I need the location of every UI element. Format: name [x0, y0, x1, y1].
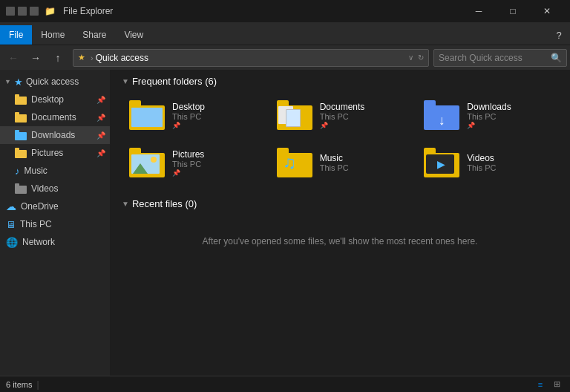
pictures-info: Pictures This PC 📌: [172, 149, 204, 177]
address-path: Quick access: [96, 53, 148, 63]
sidebar-pictures-label: Pictures: [31, 148, 63, 158]
desktop-large-icon: [129, 100, 165, 130]
sidebar-quickaccess-header[interactable]: ▼ ★ Quick access: [0, 73, 110, 91]
tiles-view-button[interactable]: ⊞: [549, 378, 564, 391]
documents-pin-icon: 📌: [96, 114, 105, 122]
downloads-location: This PC: [467, 112, 511, 121]
tab-share[interactable]: Share: [73, 25, 115, 45]
sidebar-item-pictures[interactable]: Pictures 📌: [0, 144, 110, 162]
address-separator: ›: [91, 53, 94, 62]
sidebar-item-documents[interactable]: Documents 📌: [0, 108, 110, 126]
folder-card-downloads[interactable]: ↓ Downloads This PC 📌: [416, 94, 558, 136]
items-count: 6 items: [6, 380, 32, 389]
tab-home[interactable]: Home: [32, 25, 73, 45]
chevron-right-icon: ▼: [4, 78, 11, 85]
sidebar-thispc-label: This PC: [20, 219, 52, 229]
folder-card-videos[interactable]: ▶ Videos This PC: [416, 142, 558, 183]
documents-info: Documents This PC 📌: [320, 102, 365, 129]
tab-file[interactable]: File: [0, 25, 32, 45]
videos-folder-icon: [15, 183, 27, 194]
close-button[interactable]: ✕: [530, 0, 564, 22]
music-info: Music This PC: [320, 153, 349, 172]
ribbon: File Home Share View ?: [0, 22, 570, 45]
sidebar-onedrive-label: OneDrive: [21, 201, 59, 212]
address-star-icon: ★: [78, 53, 85, 62]
desktop-info: Desktop This PC 📌: [172, 102, 205, 129]
desktop-name: Desktop: [172, 102, 205, 112]
downloads-folder-icon: [15, 130, 27, 140]
minimize-button[interactable]: ─: [462, 0, 496, 22]
downloads-name: Downloads: [467, 102, 511, 112]
frequent-folders-header[interactable]: ▼ Frequent folders (6): [122, 76, 558, 87]
onedrive-icon: ☁: [6, 200, 16, 212]
folder-icon-small: 📁: [45, 6, 56, 16]
pictures-pin: 📌: [172, 169, 204, 177]
pictures-name: Pictures: [172, 149, 204, 160]
recent-chevron-icon: ▼: [122, 200, 129, 208]
titlebar: 📁 File Explorer ─ □ ✕: [0, 0, 570, 22]
music-location: This PC: [320, 163, 349, 172]
window-icon-3: [30, 7, 39, 16]
statusbar: 6 items | ≡ ⊞: [0, 376, 570, 392]
content-area: ▼ Frequent folders (6) Desktop This PC 📌: [110, 70, 570, 376]
quickaccess-star-icon: ★: [14, 76, 23, 88]
videos-large-icon: ▶: [424, 148, 459, 177]
sidebar-music-label: Music: [24, 166, 48, 176]
address-bar[interactable]: ★ › Quick access ∨ ↻: [73, 49, 429, 67]
music-icon: ♪: [15, 166, 20, 177]
documents-large-icon: [277, 100, 312, 130]
window-icon-2: [18, 7, 27, 16]
help-button[interactable]: ?: [548, 25, 570, 45]
sidebar-item-videos[interactable]: Videos: [0, 180, 110, 197]
folder-card-documents[interactable]: Documents This PC 📌: [269, 94, 411, 136]
videos-name: Videos: [467, 153, 496, 163]
window-icon-1: [6, 7, 15, 16]
search-icon: 🔍: [551, 53, 562, 63]
folder-card-pictures[interactable]: Pictures This PC 📌: [122, 142, 263, 183]
thispc-icon: 🖥: [6, 219, 16, 230]
music-name: Music: [320, 153, 349, 163]
sidebar-desktop-label: Desktop: [31, 94, 64, 105]
details-view-button[interactable]: ≡: [533, 378, 548, 391]
sidebar-item-music[interactable]: ♪ Music: [0, 162, 110, 180]
back-button[interactable]: ←: [3, 48, 24, 68]
sidebar-network-label: Network: [22, 237, 55, 247]
folder-card-music[interactable]: ♫ Music This PC: [269, 142, 411, 183]
sidebar-item-downloads[interactable]: Downloads 📌: [0, 126, 110, 144]
pictures-pin-icon: 📌: [96, 149, 105, 157]
sidebar-item-desktop[interactable]: Desktop 📌: [0, 91, 110, 108]
folder-card-desktop[interactable]: Desktop This PC 📌: [122, 94, 263, 136]
window-title: File Explorer: [63, 6, 113, 16]
downloads-pin-icon: 📌: [96, 131, 105, 140]
videos-location: This PC: [467, 163, 496, 172]
search-bar[interactable]: Search Quick access 🔍: [433, 49, 567, 67]
toolbar: ← → ↑ ★ › Quick access ∨ ↻ Search Quick …: [0, 45, 570, 70]
tab-view[interactable]: View: [115, 25, 152, 45]
status-separator: |: [36, 379, 39, 390]
sidebar-item-network[interactable]: 🌐 Network: [0, 233, 110, 251]
desktop-pin: 📌: [172, 122, 205, 129]
forward-button[interactable]: →: [25, 48, 46, 68]
videos-info: Videos This PC: [467, 153, 496, 172]
sidebar-item-onedrive[interactable]: ☁ OneDrive: [0, 197, 110, 215]
sidebar-documents-label: Documents: [31, 112, 76, 122]
main-layout: ▼ ★ Quick access Desktop 📌 Documents 📌: [0, 70, 570, 376]
recent-files-section: ▼ Recent files (0) After you've opened s…: [122, 198, 558, 258]
pictures-location: This PC: [172, 160, 204, 169]
recent-files-header[interactable]: ▼ Recent files (0): [122, 198, 558, 209]
sidebar-item-thispc[interactable]: 🖥 This PC: [0, 215, 110, 233]
up-button[interactable]: ↑: [48, 48, 68, 68]
folder-grid: Desktop This PC 📌 Documents This PC 📌: [122, 94, 558, 183]
desktop-pin-icon: 📌: [96, 96, 105, 104]
view-buttons: ≡ ⊞: [533, 378, 564, 391]
maximize-button[interactable]: □: [496, 0, 530, 22]
music-large-icon: ♫: [277, 148, 312, 177]
ribbon-tabs: File Home Share View ?: [0, 22, 570, 45]
recent-files-title: Recent files (0): [132, 198, 197, 209]
documents-location: This PC: [320, 112, 365, 121]
address-dropdown-icon[interactable]: ∨: [408, 53, 413, 62]
search-placeholder: Search Quick access: [439, 53, 548, 63]
address-refresh-icon[interactable]: ↻: [418, 53, 424, 62]
titlebar-icons: [6, 7, 39, 16]
recent-empty-message: After you've opened some files, we'll sh…: [122, 224, 558, 258]
